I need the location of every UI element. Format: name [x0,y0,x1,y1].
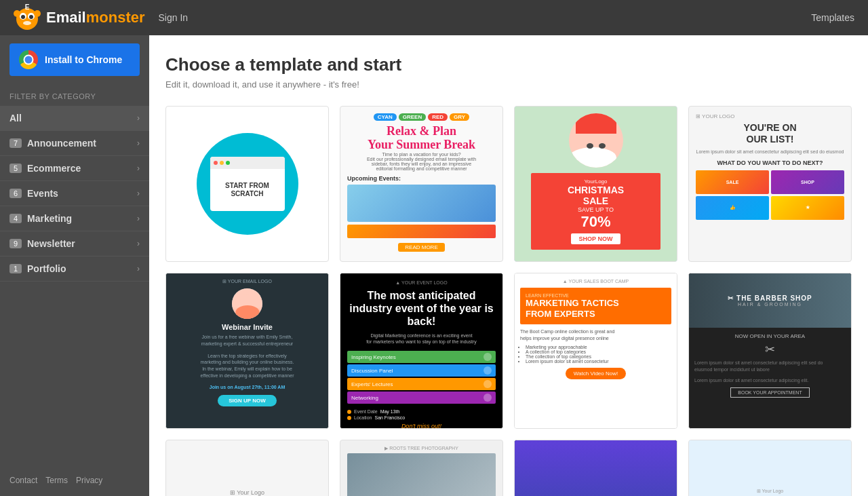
sidebar-footer: Contact Terms Privacy [0,465,149,496]
onlist-title: YOU'RE ONOUR LIST! [696,122,844,145]
svg-point-4 [29,15,33,19]
photo-header-image [347,453,496,496]
header-left: E Emailmonster Sign In [14,4,188,31]
chrome-icon [19,50,38,69]
sidebar-item-portfolio[interactable]: 1 Portfolio › [0,256,149,282]
barber-open-label: NOW OPEN IN YOUR AREA [694,333,846,339]
marketing-headline: LEARN EFFECTIVE MARKETING TACTICSFROM EX… [520,288,671,324]
scratch-label: START FROMSCRATCH [210,169,285,211]
marketing-watch-button[interactable]: Watch Video Now! [566,368,626,379]
page-title: Choose a template and start [165,54,852,75]
logo-text: Emailmonster [46,9,145,26]
chevron-right-icon: › [137,138,140,148]
event-title: The most anticipated industry event of t… [347,289,496,328]
svg-point-3 [21,15,25,19]
barber-shop-title: ✂ THE BARBER SHOP [728,294,812,302]
christmas-shop-button[interactable]: SHOP NOW [571,233,621,244]
svg-text:E: E [25,4,30,11]
template-card-event[interactable]: ▲ YOUR EVENT LOGO The most anticipated i… [340,273,503,429]
sign-in-link[interactable]: Sign In [159,12,189,23]
privacy-link[interactable]: Privacy [76,476,102,485]
webinar-signup-button[interactable]: SIGN UP NOW [218,395,277,406]
terms-link[interactable]: Terms [45,476,68,485]
template-card-webinar[interactable]: ⊞ YOUR EMAIL LOGO Webinar Invite Join us… [165,273,329,429]
contact-link[interactable]: Contact [9,476,37,485]
filter-by-category-label: FILTER BY CATEGORY [0,84,149,106]
sidebar-item-ecommerce[interactable]: 5 Ecommerce › [0,156,149,181]
main-layout: Install to Chrome FILTER BY CATEGORY All… [0,35,868,496]
webinar-avatar [232,288,262,319]
template-card-christmas[interactable]: YourLogo CHRISTMASSALE SAVE UP TO 70% SH… [514,106,677,262]
chevron-right-icon: › [137,113,140,123]
template-card-concert[interactable]: ⊞ YourCompany LIVE CONCERT [514,440,677,496]
templates-grid: START FROMSCRATCH CYAN GREEN RED GRY [165,106,852,496]
page-subtitle: Edit it, download it, and use it anywher… [165,79,852,90]
sidebar-item-announcement[interactable]: 7 Announcement › [0,131,149,156]
template-card-photo[interactable]: ▶ ROOTS TREE PHOTOGRAPHY BOOK A SESSION [340,440,503,496]
svg-point-7 [34,10,41,17]
chevron-right-icon: › [137,164,140,173]
event-sessions: Inspiring Keynotes Discussion Panel Expe… [347,351,496,404]
install-chrome-button[interactable]: Install to Chrome [9,43,140,76]
template-card-onlist[interactable]: ⊞ YOUR LOGO YOU'RE ONOUR LIST! Lorem ips… [688,106,852,262]
template-card-barber[interactable]: ✂ THE BARBER SHOP HAIR & GROOMING NOW OP… [688,273,852,429]
logo: E Emailmonster [14,4,145,31]
chevron-right-icon: › [137,239,140,248]
chevron-right-icon: › [137,264,140,273]
template-card-marketing[interactable]: ▲ YOUR SALES BOOT CAMP LEARN EFFECTIVE M… [514,273,677,429]
template-card-summer[interactable]: CYAN GREEN RED GRY Relax & PlanYour Summ… [340,106,503,262]
summer-image [347,185,496,222]
svg-point-6 [14,10,20,17]
app-header: E Emailmonster Sign In Templates [0,0,868,35]
sidebar-item-all[interactable]: All › [0,106,149,131]
sidebar-item-events[interactable]: 6 Events › [0,181,149,206]
webinar-title: Webinar Invite [222,323,273,331]
chevron-right-icon: › [137,189,140,198]
template-card-scratch[interactable]: START FROMSCRATCH [165,106,329,262]
event-details: Event Date May 13th Location San Francis… [347,409,496,420]
barber-appointment-button[interactable]: BOOK YOUR APPOINTMENT [730,387,809,398]
logo-icon: E [14,4,41,31]
main-content: Choose a template and start Edit it, dow… [149,35,868,496]
template-card-birthday[interactable]: ⊞ Your Logo 🎂 Happy Birthday! Wishing yo… [688,440,852,496]
chevron-right-icon: › [137,214,140,223]
santa-head [569,113,623,168]
scratch-circle: START FROMSCRATCH [197,133,298,235]
summer-title: Relax & PlanYour Summer Break [368,125,475,152]
sidebar-item-marketing[interactable]: 4 Marketing › [0,206,149,231]
summer-read-more-button[interactable]: READ MORE [398,243,444,252]
christmas-sale-box: YourLogo CHRISTMASSALE SAVE UP TO 70% SH… [531,173,660,250]
header-templates-link[interactable]: Templates [811,12,854,23]
sidebar-item-newsletter[interactable]: 9 Newsletter › [0,231,149,256]
svg-point-5 [23,21,31,25]
template-card-thanks[interactable]: ⊞ Your Logo THX SHMED FOR YOU We are tha… [165,440,329,496]
sidebar: Install to Chrome FILTER BY CATEGORY All… [0,35,149,496]
